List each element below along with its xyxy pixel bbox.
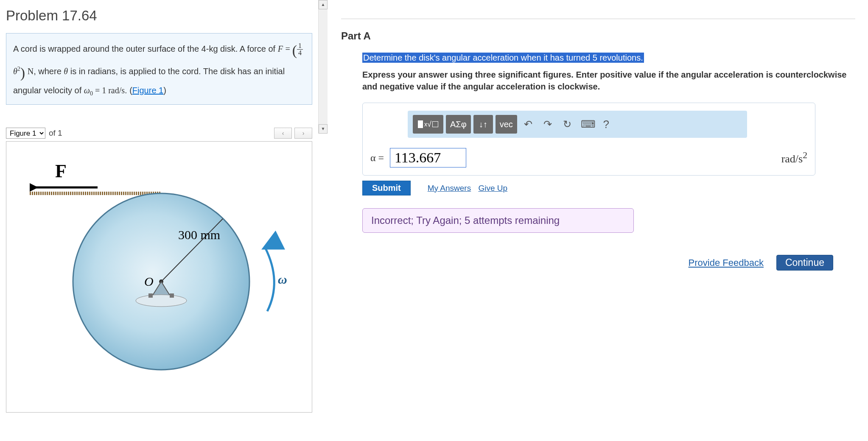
problem-text-1: A cord is wrapped around the outer surfa… [13,44,278,53]
vec-button[interactable]: vec [496,115,517,134]
help-button[interactable]: ? [598,117,615,131]
scroll-up-button[interactable]: ▲ [319,0,328,9]
figure-next-button[interactable]: › [294,128,312,139]
answer-pane: Part A Determine the disk's angular acce… [318,0,868,419]
omega-label: ω [278,272,287,286]
footer-row: Provide Feedback Continue [341,255,833,271]
feedback-message: Incorrect; Try Again; 5 attempts remaini… [362,208,634,233]
svg-rect-7 [170,293,174,298]
answer-input[interactable] [390,148,466,167]
figure-box: F 300 mm O ω [6,141,312,413]
force-label: F [55,161,67,181]
action-row: Submit My Answers Give Up [362,181,855,195]
radius-label: 300 mm [178,228,220,242]
keyboard-button[interactable]: ⌨ [578,116,595,133]
continue-button[interactable]: Continue [776,255,833,271]
disk-figure: F 300 mm O ω [30,159,293,396]
scroll-down-button[interactable]: ▼ [319,124,328,134]
part-a-prompt: Determine the disk's angular acceleratio… [362,53,644,63]
force-var: F [278,44,283,53]
redo-button[interactable]: ↷ [539,116,556,133]
answer-unit: rad/s2 [781,150,807,165]
provide-feedback-link[interactable]: Provide Feedback [689,257,764,268]
reset-button[interactable]: ↻ [559,116,576,133]
svg-point-5 [136,295,187,307]
answer-box: x√ ΑΣφ ↓↑ vec ↶ ↷ ↻ ⌨ ? α = rad/s2 [362,103,815,176]
figure-of-text: of 1 [49,128,62,138]
scroll-track[interactable] [319,9,328,124]
part-a-instructions: Express your answer using three signific… [362,69,855,92]
submit-button[interactable]: Submit [362,181,411,195]
figure-select[interactable]: Figure 1 [6,128,45,139]
svg-rect-6 [148,293,153,298]
subscript-button[interactable]: ↓↑ [473,115,493,134]
give-up-link[interactable]: Give Up [478,184,507,193]
problem-title: Problem 17.64 [6,8,312,24]
figure-bar: Figure 1 of 1 ‹ › [6,128,312,139]
alpha-label: α = [370,152,384,164]
figure-prev-button[interactable]: ‹ [274,128,292,139]
my-answers-link[interactable]: My Answers [428,184,471,193]
scrollbar[interactable]: ▲ ▼ [318,0,328,134]
part-a-heading: Part A [341,30,855,42]
center-label: O [144,274,154,288]
problem-statement: A cord is wrapped around the outer surfa… [6,33,312,105]
figure-link[interactable]: Figure 1 [132,86,163,95]
problem-pane: ▲ ▼ Problem 17.64 A cord is wrapped arou… [0,0,318,419]
undo-button[interactable]: ↶ [520,116,537,133]
templates-button[interactable]: x√ [413,115,443,134]
greek-button[interactable]: ΑΣφ [446,115,471,134]
equation-toolbar: x√ ΑΣφ ↓↑ vec ↶ ↷ ↻ ⌨ ? [408,111,747,138]
